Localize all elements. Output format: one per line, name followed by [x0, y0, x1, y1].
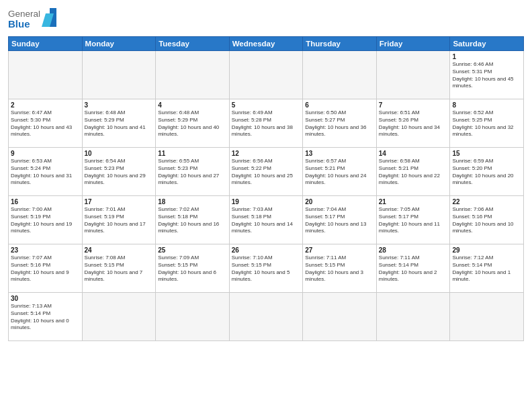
calendar-cell: 30Sunrise: 7:13 AM Sunset: 5:14 PM Dayli…	[9, 293, 83, 341]
logo-image: General Blue	[8, 7, 62, 32]
day-number: 12	[232, 150, 301, 157]
calendar-cell: 21Sunrise: 7:05 AM Sunset: 5:17 PM Dayli…	[376, 196, 450, 244]
day-number: 1	[452, 53, 521, 60]
page: General Blue SundayMondayTuesdayWednesda…	[0, 0, 532, 411]
calendar-cell: 19Sunrise: 7:03 AM Sunset: 5:18 PM Dayli…	[229, 196, 303, 244]
calendar-week-1: 1Sunrise: 6:46 AM Sunset: 5:31 PM Daylig…	[9, 51, 524, 99]
day-number: 11	[158, 150, 227, 157]
calendar-cell	[82, 51, 156, 99]
svg-text:General: General	[8, 9, 40, 19]
calendar-cell: 25Sunrise: 7:09 AM Sunset: 5:15 PM Dayli…	[156, 244, 230, 293]
day-number: 19	[232, 198, 301, 205]
day-info: Sunrise: 6:48 AM Sunset: 5:29 PM Dayligh…	[85, 109, 154, 138]
calendar-cell	[156, 51, 230, 99]
day-info: Sunrise: 7:03 AM Sunset: 5:18 PM Dayligh…	[232, 206, 301, 235]
day-info: Sunrise: 6:46 AM Sunset: 5:31 PM Dayligh…	[452, 61, 521, 90]
calendar-body: 1Sunrise: 6:46 AM Sunset: 5:31 PM Daylig…	[9, 51, 524, 341]
day-info: Sunrise: 6:49 AM Sunset: 5:28 PM Dayligh…	[232, 109, 301, 138]
calendar-cell: 5Sunrise: 6:49 AM Sunset: 5:28 PM Daylig…	[229, 99, 303, 148]
weekday-header-wednesday: Wednesday	[229, 37, 303, 51]
day-info: Sunrise: 6:59 AM Sunset: 5:20 PM Dayligh…	[452, 158, 521, 187]
day-info: Sunrise: 7:13 AM Sunset: 5:14 PM Dayligh…	[11, 303, 80, 332]
calendar-cell: 1Sunrise: 6:46 AM Sunset: 5:31 PM Daylig…	[450, 51, 524, 99]
day-info: Sunrise: 7:06 AM Sunset: 5:16 PM Dayligh…	[452, 206, 521, 235]
calendar-cell: 3Sunrise: 6:48 AM Sunset: 5:29 PM Daylig…	[82, 99, 156, 148]
day-number: 27	[305, 246, 374, 254]
day-number: 14	[379, 150, 448, 157]
calendar-table: SundayMondayTuesdayWednesdayThursdayFrid…	[8, 36, 524, 341]
calendar-cell: 26Sunrise: 7:10 AM Sunset: 5:15 PM Dayli…	[229, 244, 303, 293]
weekday-header-tuesday: Tuesday	[156, 37, 230, 51]
calendar-cell	[376, 51, 450, 99]
logo: General Blue	[8, 7, 62, 32]
day-info: Sunrise: 6:50 AM Sunset: 5:27 PM Dayligh…	[305, 109, 374, 138]
day-info: Sunrise: 7:09 AM Sunset: 5:15 PM Dayligh…	[158, 255, 227, 283]
calendar-cell: 22Sunrise: 7:06 AM Sunset: 5:16 PM Dayli…	[450, 196, 524, 244]
calendar-cell	[82, 293, 156, 341]
day-info: Sunrise: 7:12 AM Sunset: 5:14 PM Dayligh…	[452, 255, 521, 283]
day-info: Sunrise: 7:01 AM Sunset: 5:19 PM Dayligh…	[85, 206, 154, 235]
calendar-cell: 9Sunrise: 6:53 AM Sunset: 5:24 PM Daylig…	[9, 148, 83, 196]
calendar-cell	[156, 293, 230, 341]
day-number: 6	[305, 101, 374, 109]
day-info: Sunrise: 6:55 AM Sunset: 5:23 PM Dayligh…	[158, 158, 227, 187]
day-number: 3	[85, 101, 154, 109]
calendar-cell: 18Sunrise: 7:02 AM Sunset: 5:18 PM Dayli…	[156, 196, 230, 244]
day-info: Sunrise: 7:11 AM Sunset: 5:15 PM Dayligh…	[305, 255, 374, 283]
day-number: 21	[379, 198, 448, 205]
day-number: 23	[11, 246, 80, 254]
day-info: Sunrise: 6:53 AM Sunset: 5:24 PM Dayligh…	[11, 158, 80, 187]
day-info: Sunrise: 7:11 AM Sunset: 5:14 PM Dayligh…	[379, 255, 448, 283]
calendar-cell: 24Sunrise: 7:08 AM Sunset: 5:15 PM Dayli…	[82, 244, 156, 293]
calendar-cell: 28Sunrise: 7:11 AM Sunset: 5:14 PM Dayli…	[376, 244, 450, 293]
day-number: 29	[452, 246, 521, 254]
day-number: 24	[85, 246, 154, 254]
day-number: 25	[158, 246, 227, 254]
calendar-cell: 14Sunrise: 6:58 AM Sunset: 5:21 PM Dayli…	[376, 148, 450, 196]
day-info: Sunrise: 6:54 AM Sunset: 5:23 PM Dayligh…	[85, 158, 154, 187]
calendar-cell	[303, 51, 377, 99]
day-number: 17	[85, 198, 154, 205]
day-info: Sunrise: 6:48 AM Sunset: 5:29 PM Dayligh…	[158, 109, 227, 138]
day-number: 22	[452, 198, 521, 205]
calendar-cell: 4Sunrise: 6:48 AM Sunset: 5:29 PM Daylig…	[156, 99, 230, 148]
calendar-cell: 27Sunrise: 7:11 AM Sunset: 5:15 PM Dayli…	[303, 244, 377, 293]
day-info: Sunrise: 7:02 AM Sunset: 5:18 PM Dayligh…	[158, 206, 227, 235]
calendar-cell	[229, 293, 303, 341]
day-info: Sunrise: 7:10 AM Sunset: 5:15 PM Dayligh…	[232, 255, 301, 283]
day-number: 28	[379, 246, 448, 254]
day-number: 16	[11, 198, 80, 205]
calendar-cell: 7Sunrise: 6:51 AM Sunset: 5:26 PM Daylig…	[376, 99, 450, 148]
calendar-week-2: 2Sunrise: 6:47 AM Sunset: 5:30 PM Daylig…	[9, 99, 524, 148]
day-info: Sunrise: 7:08 AM Sunset: 5:15 PM Dayligh…	[85, 255, 154, 283]
calendar-cell: 2Sunrise: 6:47 AM Sunset: 5:30 PM Daylig…	[9, 99, 83, 148]
day-number: 26	[232, 246, 301, 254]
day-number: 5	[232, 101, 301, 109]
calendar-cell: 23Sunrise: 7:07 AM Sunset: 5:16 PM Dayli…	[9, 244, 83, 293]
calendar-header: SundayMondayTuesdayWednesdayThursdayFrid…	[9, 37, 524, 51]
day-info: Sunrise: 6:52 AM Sunset: 5:25 PM Dayligh…	[452, 109, 521, 138]
day-info: Sunrise: 6:57 AM Sunset: 5:21 PM Dayligh…	[305, 158, 374, 187]
day-info: Sunrise: 6:51 AM Sunset: 5:26 PM Dayligh…	[379, 109, 448, 138]
calendar-cell: 10Sunrise: 6:54 AM Sunset: 5:23 PM Dayli…	[82, 148, 156, 196]
calendar-cell: 29Sunrise: 7:12 AM Sunset: 5:14 PM Dayli…	[450, 244, 524, 293]
calendar-cell	[229, 51, 303, 99]
calendar-cell: 6Sunrise: 6:50 AM Sunset: 5:27 PM Daylig…	[303, 99, 377, 148]
day-number: 8	[452, 101, 521, 109]
svg-text:Blue: Blue	[8, 18, 30, 30]
calendar-cell: 11Sunrise: 6:55 AM Sunset: 5:23 PM Dayli…	[156, 148, 230, 196]
calendar-cell	[376, 293, 450, 341]
calendar-week-5: 23Sunrise: 7:07 AM Sunset: 5:16 PM Dayli…	[9, 244, 524, 293]
day-info: Sunrise: 6:58 AM Sunset: 5:21 PM Dayligh…	[379, 158, 448, 187]
day-number: 10	[85, 150, 154, 157]
calendar-cell: 12Sunrise: 6:56 AM Sunset: 5:22 PM Dayli…	[229, 148, 303, 196]
calendar-cell	[9, 51, 83, 99]
day-info: Sunrise: 7:07 AM Sunset: 5:16 PM Dayligh…	[11, 255, 80, 283]
weekday-header-friday: Friday	[376, 37, 450, 51]
day-info: Sunrise: 7:05 AM Sunset: 5:17 PM Dayligh…	[379, 206, 448, 235]
weekday-header-sunday: Sunday	[9, 37, 83, 51]
weekday-header-monday: Monday	[82, 37, 156, 51]
day-info: Sunrise: 7:00 AM Sunset: 5:19 PM Dayligh…	[11, 206, 80, 235]
calendar-week-3: 9Sunrise: 6:53 AM Sunset: 5:24 PM Daylig…	[9, 148, 524, 196]
day-number: 15	[452, 150, 521, 157]
